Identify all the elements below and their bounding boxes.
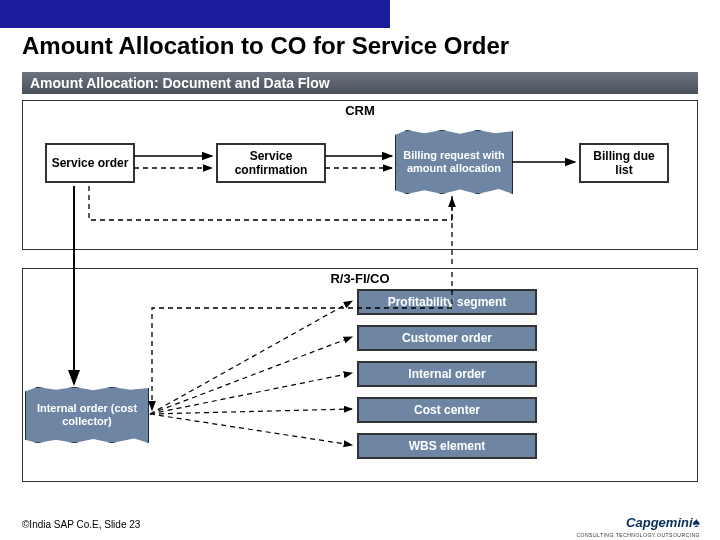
node-cost-center: Cost center: [357, 397, 537, 423]
r3-target-stack: Profitability segment Customer order Int…: [357, 289, 537, 469]
brand-logo: Capgemini♠: [626, 514, 700, 530]
node-billing-request: Billing request with amount allocation: [395, 130, 513, 194]
crm-label: CRM: [23, 103, 697, 118]
r3-label: R/3-FI/CO: [23, 271, 697, 286]
flag-billing-request: Billing request with amount allocation: [395, 130, 513, 194]
crm-container: CRM Service order Service confirmation B…: [22, 100, 698, 250]
brand-name: Capgemini: [626, 515, 692, 530]
node-service-confirmation: Service confirmation: [216, 143, 326, 183]
node-internal-order: Internal order: [357, 361, 537, 387]
node-customer-order: Customer order: [357, 325, 537, 351]
node-wbs-element: WBS element: [357, 433, 537, 459]
spade-icon: ♠: [693, 514, 700, 530]
r3-container: R/3-FI/CO Profitability segment Customer…: [22, 268, 698, 482]
title-bar-accent: [0, 0, 390, 28]
node-profitability-segment: Profitability segment: [357, 289, 537, 315]
page-title: Amount Allocation to CO for Service Orde…: [22, 32, 509, 60]
node-service-order: Service order: [45, 143, 135, 183]
footer-text: ©India SAP Co.E, Slide 23: [22, 519, 140, 530]
flag-internal-order: Internal order (cost collector): [25, 387, 149, 443]
node-internal-order-cost-collector: Internal order (cost collector): [25, 387, 149, 443]
node-billing-due-list: Billing due list: [579, 143, 669, 183]
brand-tagline: CONSULTING.TECHNOLOGY.OUTSOURCING: [576, 532, 700, 538]
subtitle-band: Amount Allocation: Document and Data Flo…: [22, 72, 698, 94]
